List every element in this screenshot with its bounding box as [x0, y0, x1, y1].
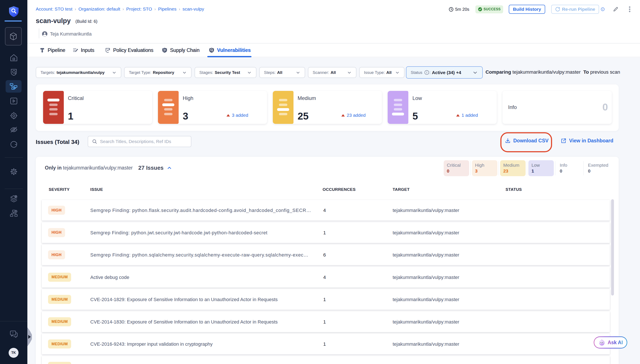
svg-text:?: ? [12, 332, 13, 335]
